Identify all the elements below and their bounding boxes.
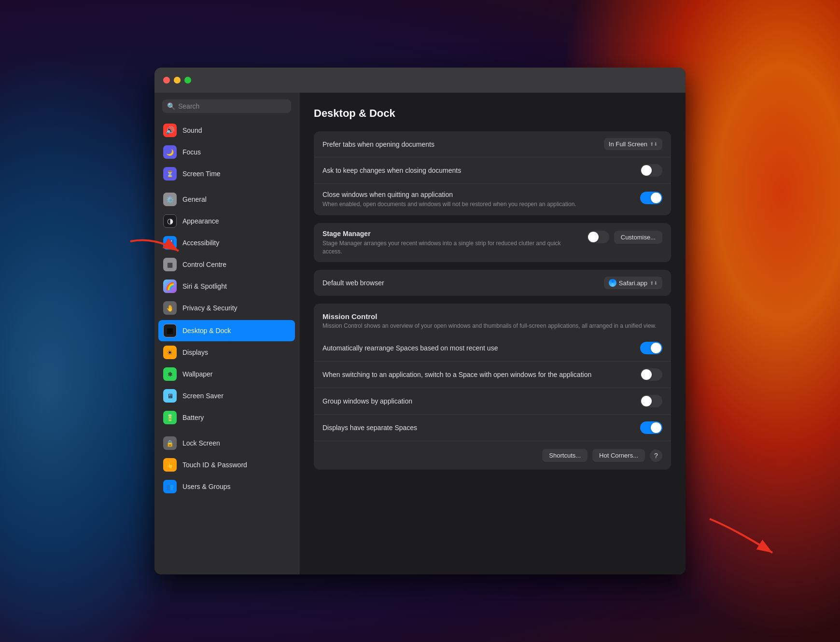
select-chevrons: ⬆⬇ <box>650 141 658 147</box>
sidebar-item-users[interactable]: 👥 Users & Groups <box>158 476 295 497</box>
stage-manager-row: Stage Manager Stage Manager arranges you… <box>314 223 671 263</box>
default-browser-section: Default web browser Safari.app ⬆⬇ <box>314 270 671 296</box>
sidebar-item-appearance[interactable]: ◑ Appearance <box>158 210 295 232</box>
sidebar-item-siri[interactable]: 🌈 Siri & Spotlight <box>158 276 295 297</box>
bottom-buttons: Shortcuts... Hot Corners... ? <box>314 441 671 470</box>
sidebar-label-users: Users & Groups <box>182 483 231 490</box>
sidebar-item-focus[interactable]: 🌙 Focus <box>158 141 295 163</box>
close-windows-label: Close windows when quitting an applicati… <box>322 191 640 209</box>
browser-select-chevrons: ⬆⬇ <box>650 280 658 286</box>
sidebar-item-screensaver[interactable]: 🖥 Screen Saver <box>158 385 295 406</box>
sidebar-item-accessibility[interactable]: ♿ Accessibility <box>158 232 295 253</box>
switch-app-toggle[interactable] <box>640 368 662 381</box>
general-icon: ⚙️ <box>163 193 177 206</box>
displays-spaces-label: Displays have separate Spaces <box>322 424 640 432</box>
default-browser-select[interactable]: Safari.app ⬆⬇ <box>604 277 662 289</box>
mission-control-header: Mission Control Mission Control shows an… <box>314 304 671 330</box>
displays-spaces-row: Displays have separate Spaces <box>314 415 671 441</box>
window-body: 🔍 Search 🔊 Sound 🌙 Focus ⏳ Scre <box>154 93 686 574</box>
customise-button[interactable]: Customise... <box>614 231 662 244</box>
maximize-button[interactable] <box>184 77 191 84</box>
toggle-knob-3 <box>588 232 599 242</box>
default-browser-row: Default web browser Safari.app ⬆⬇ <box>314 270 671 296</box>
sidebar-label-wallpaper: Wallpaper <box>182 370 213 378</box>
auto-rearrange-toggle[interactable] <box>640 342 662 354</box>
prefer-tabs-row: Prefer tabs when opening documents In Fu… <box>314 131 671 157</box>
sidebar-label-displays: Displays <box>182 349 208 356</box>
sidebar-item-screentime[interactable]: ⏳ Screen Time <box>158 163 295 184</box>
sidebar-list: 🔊 Sound 🌙 Focus ⏳ Screen Time ⚙️ Gen <box>154 118 299 574</box>
toggle-knob <box>641 165 652 176</box>
sidebar-item-desktop[interactable]: ▦ Desktop & Dock <box>158 320 295 341</box>
screentime-icon: ⏳ <box>163 167 177 181</box>
help-button[interactable]: ? <box>650 449 662 462</box>
toggle-knob-2 <box>651 193 661 203</box>
lockscreen-icon: 🔒 <box>163 436 177 450</box>
sidebar-label-controlcentre: Control Centre <box>182 261 226 268</box>
displays-spaces-toggle[interactable] <box>640 421 662 434</box>
ask-keep-changes-toggle[interactable] <box>640 164 662 177</box>
prefer-tabs-select[interactable]: In Full Screen ⬆⬇ <box>604 138 662 150</box>
siri-icon: 🌈 <box>163 279 177 293</box>
hot-corners-button[interactable]: Hot Corners... <box>592 449 645 462</box>
minimize-button[interactable] <box>174 77 181 84</box>
top-settings-section: Prefer tabs when opening documents In Fu… <box>314 131 671 215</box>
sidebar-label-screentime: Screen Time <box>182 170 221 178</box>
switch-app-label: When switching to an application, switch… <box>322 371 640 378</box>
users-icon: 👥 <box>163 480 177 493</box>
shortcuts-button[interactable]: Shortcuts... <box>542 449 588 462</box>
sidebar-item-privacy[interactable]: 🤚 Privacy & Security <box>158 297 295 319</box>
ask-keep-changes-title: Ask to keep changes when closing documen… <box>322 167 630 174</box>
search-placeholder: Search <box>178 102 199 110</box>
stage-manager-subtitle: Stage Manager arranges your recent windo… <box>322 239 577 256</box>
stage-manager-section: Stage Manager Stage Manager arranges you… <box>314 223 671 263</box>
close-windows-toggle[interactable] <box>640 192 662 204</box>
search-bar[interactable]: 🔍 Search <box>162 99 291 113</box>
sidebar-label-privacy: Privacy & Security <box>182 304 238 312</box>
sidebar-item-displays[interactable]: ☀ Displays <box>158 342 295 363</box>
ask-keep-changes-control <box>640 164 662 177</box>
traffic-lights <box>163 77 191 84</box>
close-button[interactable] <box>163 77 170 84</box>
search-icon: 🔍 <box>167 102 175 110</box>
sidebar-item-battery[interactable]: 🔋 Battery <box>158 407 295 428</box>
sidebar-item-general[interactable]: ⚙️ General <box>158 189 295 210</box>
prefer-tabs-title: Prefer tabs when opening documents <box>322 140 594 148</box>
controlcentre-icon: ▦ <box>163 258 177 271</box>
displays-icon: ☀ <box>163 346 177 359</box>
group-windows-label: Group windows by application <box>322 397 640 405</box>
sidebar-item-touchid[interactable]: 👆 Touch ID & Password <box>158 454 295 475</box>
sidebar-label-focus: Focus <box>182 148 201 156</box>
sidebar-label-desktop: Desktop & Dock <box>182 327 231 335</box>
default-browser-label: Default web browser <box>322 279 604 287</box>
desktop-icon: ▦ <box>163 324 177 337</box>
sidebar-item-sound[interactable]: 🔊 Sound <box>158 120 295 141</box>
sound-icon: 🔊 <box>163 124 177 137</box>
sidebar-label-accessibility: Accessibility <box>182 239 219 247</box>
sidebar-item-lockscreen[interactable]: 🔒 Lock Screen <box>158 433 295 454</box>
group-windows-control <box>640 395 662 407</box>
ask-keep-changes-row: Ask to keep changes when closing documen… <box>314 157 671 184</box>
displays-spaces-control <box>640 421 662 434</box>
auto-rearrange-control <box>640 342 662 354</box>
toggle-knob-5 <box>641 369 652 380</box>
switch-app-title: When switching to an application, switch… <box>322 371 630 378</box>
sidebar-item-wallpaper[interactable]: ❄ Wallpaper <box>158 363 295 385</box>
prefer-tabs-control[interactable]: In Full Screen ⬆⬇ <box>604 138 662 150</box>
stage-manager-toggle[interactable] <box>587 231 609 243</box>
auto-rearrange-title: Automatically rearrange Spaces based on … <box>322 344 630 352</box>
default-browser-control[interactable]: Safari.app ⬆⬇ <box>604 277 662 289</box>
displays-spaces-title: Displays have separate Spaces <box>322 424 630 432</box>
sidebar-label-touchid: Touch ID & Password <box>182 461 247 469</box>
prefer-tabs-label: Prefer tabs when opening documents <box>322 140 604 148</box>
sidebar-item-controlcentre[interactable]: ▦ Control Centre <box>158 254 295 275</box>
group-windows-toggle[interactable] <box>640 395 662 407</box>
sidebar: 🔍 Search 🔊 Sound 🌙 Focus ⏳ Scre <box>154 93 299 574</box>
close-windows-subtitle: When enabled, open documents and windows… <box>322 200 630 209</box>
stage-manager-label: Stage Manager Stage Manager arranges you… <box>322 230 587 256</box>
appearance-icon: ◑ <box>163 214 177 228</box>
focus-icon: 🌙 <box>163 145 177 159</box>
title-bar <box>154 68 686 93</box>
mission-control-title: Mission Control <box>322 312 662 321</box>
switch-app-row: When switching to an application, switch… <box>314 362 671 388</box>
